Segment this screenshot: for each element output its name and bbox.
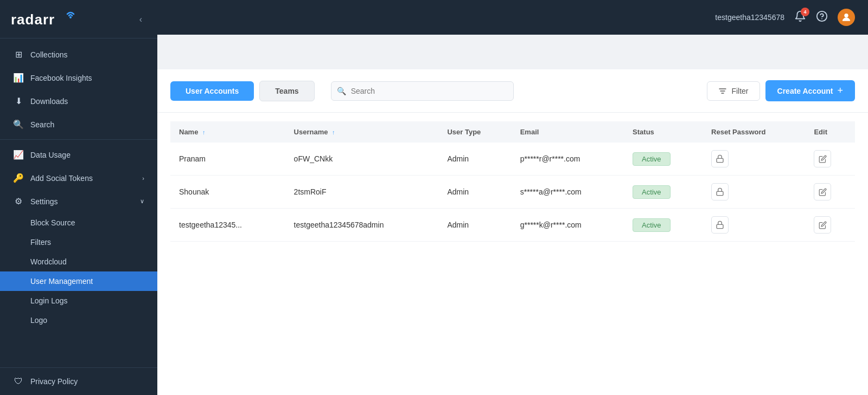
cell-email: s*****a@r****.com [512,176,624,209]
sidebar-item-label: Data Usage [30,151,71,159]
facebook-insights-icon: 📊 [13,73,24,83]
svg-rect-8 [717,158,723,162]
main-content: User Accounts Teams 🔍 Filter Create Acco… [157,69,868,395]
table-row: testgeetha12345... testgeetha12345678adm… [170,209,855,242]
sidebar-sub-item-label: Logo [30,316,47,325]
notification-icon-container[interactable]: 4 [794,10,806,25]
cell-username: 2tsmRoiF [285,176,439,209]
reset-password-button[interactable] [711,216,729,234]
tab-user-accounts[interactable]: User Accounts [170,81,254,101]
col-header-name: Name ↑ [170,121,285,143]
topbar-username: testgeetha12345678 [715,13,784,22]
svg-text:radarr: radarr [11,11,55,28]
tabs-bar: User Accounts Teams 🔍 Filter Create Acco… [157,69,868,113]
svg-rect-10 [717,224,723,228]
search-container: 🔍 [331,81,514,101]
col-header-reset-password: Reset Password [703,121,805,143]
search-nav-icon: 🔍 [13,119,24,129]
filter-label: Filter [731,87,748,95]
sidebar-sub-item-label: Block Source [30,218,75,227]
cell-status: Active [624,143,703,176]
sidebar-sub-item-label: User Management [30,277,93,286]
edit-button[interactable] [814,150,831,167]
create-account-button[interactable]: Create Account + [765,80,855,101]
sidebar-item-settings[interactable]: ⚙ Settings ∨ [0,190,157,213]
table-row: Pranam oFW_CNkk Admin p*****r@r****.com … [170,143,855,176]
sidebar-item-collections[interactable]: ⊞ Collections [0,43,157,66]
reset-password-button[interactable] [711,150,729,167]
cell-reset-password [703,176,805,209]
cell-name: Pranam [170,143,285,176]
sidebar-sub-item-label: Filters [30,238,51,247]
status-badge: Active [633,185,670,199]
app-logo: radarr [11,10,76,29]
sidebar-item-label: Facebook Insights [30,74,92,82]
sidebar-collapse-button[interactable]: ‹ [135,12,146,27]
sidebar-item-downloads[interactable]: ⬇ Downloads [0,89,157,113]
filter-icon [718,87,727,95]
cell-name: testgeetha12345... [170,209,285,242]
table-header-row: Name ↑ Username ↑ User Type Email Status… [170,121,855,143]
table-row: Shounak 2tsmRoiF Admin s*****a@r****.com… [170,176,855,209]
sidebar-item-user-management[interactable]: User Management [0,271,157,291]
edit-button[interactable] [814,216,831,234]
sidebar-item-facebook-insights[interactable]: 📊 Facebook Insights [0,66,157,89]
sidebar-item-wordcloud[interactable]: Wordcloud [0,252,157,271]
table-container: Name ↑ Username ↑ User Type Email Status… [157,113,868,250]
cell-reset-password [703,143,805,176]
sidebar-item-label: Search [30,120,54,129]
sidebar-logo-area: radarr ‹ [0,0,157,38]
sidebar-bottom: 🛡 Privacy Policy [0,367,157,395]
cell-user-type: Admin [438,176,511,209]
filter-button[interactable]: Filter [707,81,760,101]
cell-name: Shounak [170,176,285,209]
sidebar-item-add-social-tokens[interactable]: 🔑 Add Social Tokens › [0,166,157,190]
collections-icon: ⊞ [13,49,24,60]
reset-password-button[interactable] [711,183,729,200]
sidebar-sub-item-label: Login Logs [30,296,68,305]
sidebar-item-logo[interactable]: Logo [0,310,157,330]
search-icon: 🔍 [337,87,346,95]
sidebar-item-data-usage[interactable]: 📈 Data Usage [0,143,157,166]
search-input[interactable] [331,81,514,101]
settings-icon: ⚙ [13,196,24,206]
sidebar-nav: ⊞ Collections 📊 Facebook Insights ⬇ Down… [0,38,157,367]
cell-email: p*****r@r****.com [512,143,624,176]
status-badge: Active [633,152,670,166]
cell-email: g*****k@r****.com [512,209,624,242]
cell-username: testgeetha12345678admin [285,209,439,242]
sidebar-item-filters[interactable]: Filters [0,232,157,252]
sort-arrow-username: ↑ [332,129,335,135]
tab-teams[interactable]: Teams [259,81,314,101]
cell-username: oFW_CNkk [285,143,439,176]
cell-edit [805,209,855,242]
sidebar-item-login-logs[interactable]: Login Logs [0,291,157,310]
sidebar: radarr ‹ ⊞ Collections 📊 Facebook Insigh… [0,0,157,395]
svg-point-1 [69,16,72,18]
cell-edit [805,143,855,176]
help-icon-container[interactable] [816,10,828,25]
sidebar-item-label: Privacy Policy [30,377,78,386]
chevron-right-icon: › [142,175,144,182]
social-tokens-icon: 🔑 [13,173,24,183]
avatar[interactable] [838,9,855,26]
sidebar-item-label: Collections [30,50,67,59]
user-accounts-table: Name ↑ Username ↑ User Type Email Status… [170,121,855,242]
cell-user-type: Admin [438,209,511,242]
sidebar-item-privacy-policy[interactable]: 🛡 Privacy Policy [0,370,157,393]
sort-arrow-name: ↑ [202,129,206,135]
privacy-policy-icon: 🛡 [13,377,24,386]
cell-status: Active [624,209,703,242]
sidebar-item-search[interactable]: 🔍 Search [0,113,157,136]
sidebar-item-block-source[interactable]: Block Source [0,213,157,232]
plus-icon: + [837,85,843,96]
topbar: testgeetha12345678 4 [157,0,868,35]
chevron-down-icon: ∨ [140,198,144,205]
sidebar-sub-item-label: Wordcloud [30,257,67,266]
sidebar-item-label: Add Social Tokens [30,174,93,183]
edit-button[interactable] [814,183,831,200]
col-header-edit: Edit [805,121,855,143]
col-header-user-type: User Type [438,121,511,143]
svg-rect-9 [717,191,723,195]
data-usage-icon: 📈 [13,150,24,160]
